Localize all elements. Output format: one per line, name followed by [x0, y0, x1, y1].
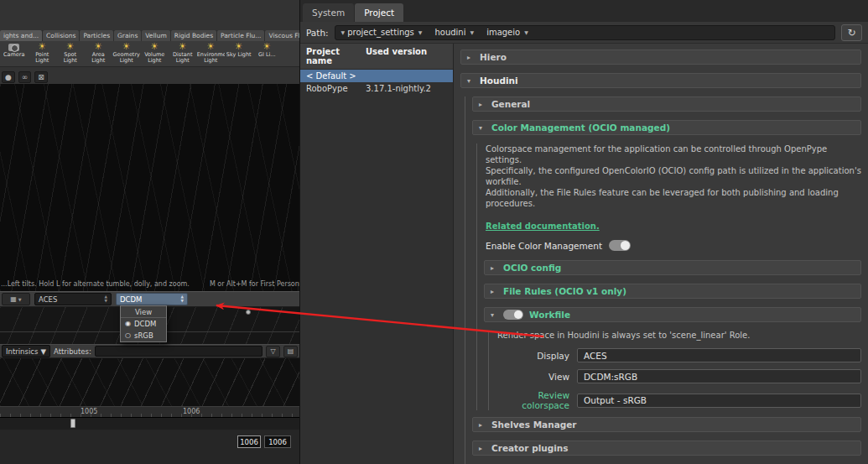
filter-icon[interactable]: ▽: [266, 346, 280, 357]
section-general[interactable]: ▸ General: [472, 96, 861, 112]
enable-color-management-row: Enable Color Management: [486, 240, 861, 251]
viewport-colorspace-combo[interactable]: ACES ▲▼: [34, 293, 112, 305]
color-correction-menu-button[interactable]: ▦ ▼: [2, 293, 30, 305]
current-frame-field[interactable]: 1006: [237, 435, 261, 448]
breadcrumb: ▼ project_settings ▼ houdini ▼ imageio ▼: [335, 25, 835, 40]
shelf-tool-label: Environment Light: [197, 52, 225, 65]
shelf-tool-sky-light[interactable]: ☀ Sky Light: [225, 41, 253, 66]
shelf-tool-label: Point Light: [29, 52, 56, 65]
display-label: Display: [496, 351, 569, 361]
breadcrumb-item[interactable]: project_settings ▼: [347, 28, 422, 37]
view-input[interactable]: DCDM:sRGB: [577, 369, 861, 383]
project-row-default[interactable]: < Default >: [300, 70, 453, 82]
workfile-content: Render space in Houdini is always set to…: [488, 331, 861, 410]
tab-project[interactable]: Project: [355, 3, 403, 22]
chevron-right-icon: ▸: [491, 288, 497, 295]
refresh-icon: ↻: [847, 27, 855, 39]
chevron-right-icon: ▸: [479, 421, 486, 429]
shelf-tab[interactable]: ights and...: [0, 30, 42, 41]
panel-options-icon[interactable]: ▤: [283, 346, 298, 357]
view-menu-item-srgb[interactable]: ○ sRGB: [121, 330, 166, 341]
path-root-dropdown-icon[interactable]: ▼: [341, 29, 346, 35]
snapshot-icon[interactable]: ⊠: [34, 71, 48, 83]
display-input[interactable]: ACES: [577, 348, 861, 362]
range-end-field[interactable]: 1006: [264, 435, 291, 448]
documentation-link[interactable]: Related documentation.: [486, 222, 600, 231]
chevron-down-icon: ▾: [491, 311, 497, 319]
shelf-tool-volume-light[interactable]: ☀ Volume Light: [141, 41, 169, 66]
shelf-tool-geometry-light[interactable]: ☀ Geometry Light: [112, 41, 141, 66]
color-management-content: Colorspace management for the applicatio…: [476, 143, 861, 410]
color-management-description: Colorspace management for the applicatio…: [486, 143, 861, 209]
shelf-tool-point-light[interactable]: ☀ Point Light: [29, 41, 57, 66]
shelf-tab[interactable]: Particles: [80, 30, 113, 41]
ruler-tick-label: 1005: [81, 408, 97, 415]
workfile-toggle[interactable]: [503, 310, 523, 320]
view-menu-title: View: [121, 306, 166, 318]
gamma-pin-handle[interactable]: [246, 310, 251, 315]
shelf-tools-bar: Camera ☀ Point Light ☀ Spot Light ☀ Area…: [0, 41, 299, 67]
shelf-tab[interactable]: Grains: [114, 30, 141, 41]
viewport-grid-area[interactable]: [0, 358, 299, 406]
section-hiero[interactable]: ▸ Hiero: [460, 50, 861, 65]
view-menu-item-dcdm[interactable]: ◉ DCDM: [121, 318, 166, 330]
section-file-rules[interactable]: ▸ File Rules (OCIO v1 only): [484, 284, 861, 299]
playbar-track[interactable]: [0, 417, 299, 430]
shelf-tab[interactable]: Collisions: [43, 30, 79, 41]
section-creator-plugins[interactable]: ▸ Creator plugins: [472, 441, 861, 456]
light-icon: ☀: [150, 42, 159, 52]
shelf-tool-environment-light[interactable]: ☀ Environment Light: [197, 41, 226, 66]
section-shelves-manager[interactable]: ▸ Shelves Manager: [472, 417, 861, 432]
shelf-tab[interactable]: Particle Flu...: [217, 30, 264, 41]
chevron-down-icon: ▼: [524, 29, 528, 35]
shelf-tab[interactable]: Viscous Flu...: [265, 30, 299, 41]
section-houdini[interactable]: ▾ Houdini: [460, 73, 861, 88]
chevron-down-icon: ▼: [470, 29, 475, 35]
breadcrumb-item[interactable]: houdini ▼: [434, 28, 474, 37]
scene-viewport[interactable]: [0, 84, 299, 291]
colorspace-value: ACES: [39, 295, 57, 304]
display-options-icon[interactable]: ●: [2, 71, 15, 83]
timeline-ruler[interactable]: 1005 1006: [0, 406, 299, 417]
workfile-note: Render space in Houdini is always set to…: [497, 331, 861, 340]
review-colorspace-input[interactable]: Output - sRGB: [577, 394, 861, 408]
section-workfile[interactable]: ▾ Workfile: [484, 307, 861, 322]
chevron-down-icon: ▼: [418, 29, 423, 35]
attribute-group-combo[interactable]: Intrinsics ▼: [2, 345, 50, 357]
shelf-tool-gi-light[interactable]: ☀ GI Li...: [253, 41, 282, 66]
shelf-tool-spot-light[interactable]: ☀ Spot Light: [56, 41, 85, 66]
houdini-application: ights and... Collisions Particles Grains…: [0, 0, 299, 464]
shelf-tool-area-light[interactable]: ☀ Area Light: [85, 41, 113, 66]
shelf-tool-camera[interactable]: Camera: [0, 41, 29, 66]
shelf-tool-distant-light[interactable]: ☀ Distant Light: [169, 41, 197, 66]
spinner-icon: ▲▼: [181, 295, 184, 303]
attributes-input[interactable]: [95, 346, 262, 357]
refresh-button[interactable]: ↻: [841, 24, 862, 41]
light-icon: ☀: [235, 42, 243, 52]
chevron-down-icon: ▼: [18, 297, 22, 302]
attributes-label: Attributes:: [54, 347, 91, 356]
status-hint: M or Alt+M for First Person Navigation.: [210, 280, 299, 288]
tab-system[interactable]: System: [303, 3, 354, 22]
breadcrumb-item[interactable]: imageio ▼: [486, 28, 528, 37]
section-ocio-config[interactable]: ▸ OCIO config: [484, 260, 861, 275]
enable-color-management-toggle[interactable]: [609, 240, 631, 251]
shelf-tool-label: GI Li...: [258, 52, 276, 58]
shelf-tab-bar: ights and... Collisions Particles Grains…: [0, 30, 299, 41]
shelf-tool-label: Volume Light: [141, 52, 169, 65]
radio-off-icon: ○: [125, 332, 131, 339]
project-row-robopype[interactable]: RoboPype 3.17.1-nightly.2: [300, 82, 453, 95]
shelf-tab[interactable]: Vellum: [142, 30, 169, 41]
review-colorspace-label: Review colorspace: [496, 390, 569, 410]
light-icon: ☀: [179, 42, 187, 52]
status-hint: ...Left tilts. Hold L for alternate tumb…: [1, 280, 190, 288]
chevron-right-icon: ▸: [491, 264, 497, 272]
stereo-glasses-icon[interactable]: ∞: [18, 71, 32, 83]
viewport-display-combo[interactable]: DCDM ▲▼: [116, 293, 188, 305]
playbar-handle[interactable]: [70, 419, 75, 428]
shelf-tab[interactable]: Rigid Bodies: [171, 30, 216, 41]
shelf-tool-label: Distant Light: [169, 52, 196, 65]
chevron-right-icon: ▸: [479, 101, 486, 108]
view-menu-item-label: DCDM: [134, 320, 156, 328]
section-color-management[interactable]: ▾ Color Management (OCIO managed): [472, 120, 861, 135]
